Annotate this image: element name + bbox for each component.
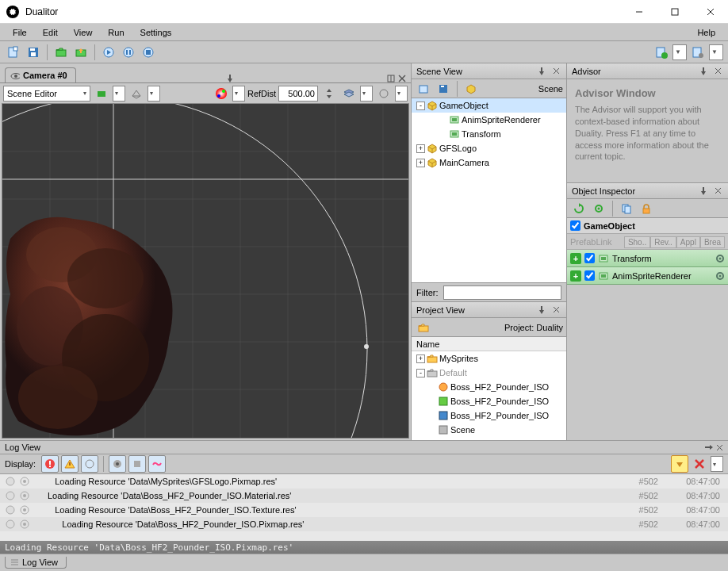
tree-row[interactable]: -Default (412, 366, 566, 380)
prefab-button[interactable]: Brea (700, 236, 725, 248)
layers-dropdown[interactable]: ▾ (360, 86, 373, 102)
log-row[interactable]: Loading Resource 'Data\MySprites\GFSLogo… (0, 474, 728, 489)
expander-icon[interactable]: + (416, 159, 425, 167)
tree-row[interactable]: Boss_HF2_Pounder_ISO (412, 408, 566, 423)
new-button[interactable] (5, 44, 22, 61)
expander-icon[interactable] (427, 412, 436, 420)
editor-mode-combo[interactable]: Scene Editor▾ (3, 86, 90, 102)
window-state-icon[interactable] (387, 75, 395, 82)
save-button[interactable] (25, 44, 42, 61)
log-warning-filter[interactable] (61, 455, 79, 473)
expander-icon[interactable] (439, 116, 447, 125)
gear-icon[interactable] (715, 271, 725, 281)
prefab-button[interactable]: Rev.. (650, 236, 676, 248)
refdist-input[interactable] (278, 86, 318, 102)
copy-button[interactable] (618, 200, 635, 217)
menu-view[interactable]: View (67, 26, 99, 39)
prefab-button[interactable]: Sho.. (624, 236, 650, 248)
log-clear-button[interactable] (691, 455, 708, 473)
component-active-checkbox[interactable] (584, 270, 595, 281)
refdist-spin[interactable] (320, 85, 338, 102)
pin-icon[interactable] (536, 305, 547, 316)
color-dropdown[interactable]: ▾ (232, 86, 245, 102)
expander-icon[interactable] (427, 397, 436, 406)
log-row[interactable]: Loading Resource 'Data\Boss_HF2_Pounder_… (0, 503, 728, 517)
perspective-dropdown[interactable]: ▾ (148, 86, 160, 102)
panel-close-button[interactable] (712, 66, 723, 77)
camera-tab[interactable]: Camera #0 (5, 67, 76, 82)
tree-row[interactable]: Scene (412, 423, 566, 437)
open-project-button[interactable] (52, 44, 70, 61)
gear-icon[interactable] (715, 254, 725, 263)
settings-doc-button[interactable] (689, 44, 707, 61)
pause-button[interactable] (120, 44, 137, 61)
bottom-log-tab[interactable]: Log View (5, 557, 67, 569)
menu-edit[interactable]: Edit (36, 26, 64, 39)
close-button[interactable] (692, 0, 728, 24)
menu-help[interactable]: Help (691, 26, 722, 39)
project-tree[interactable]: +MySprites-DefaultBoss_HF2_Pounder_ISOBo… (412, 351, 566, 440)
pin-icon[interactable] (226, 75, 234, 82)
snap-button[interactable] (93, 85, 110, 102)
auto-refresh-button[interactable] (590, 200, 607, 217)
add-gameobject-button[interactable] (462, 80, 480, 98)
tab-close-button[interactable] (398, 75, 406, 82)
expander-icon[interactable] (427, 426, 436, 435)
component-active-checkbox[interactable] (584, 253, 595, 263)
expand-icon[interactable]: + (570, 270, 581, 282)
component-row[interactable]: +AnimSpriteRenderer (567, 267, 728, 285)
perspective-button[interactable] (128, 85, 145, 102)
log-editor-filter[interactable] (128, 455, 146, 473)
expander-icon[interactable]: + (416, 354, 425, 363)
tree-row[interactable]: Boss_HF2_Pounder_ISO (412, 380, 566, 394)
play-button[interactable] (100, 44, 117, 61)
menu-file[interactable]: File (6, 26, 33, 39)
pin-icon[interactable] (698, 66, 709, 77)
help-dropdown[interactable]: ▼ (672, 44, 687, 60)
gameobject-active-checkbox[interactable] (570, 220, 580, 231)
expander-icon[interactable]: - (416, 369, 425, 377)
prefab-button[interactable]: Appl (676, 236, 700, 248)
log-row[interactable]: Loading Resource 'Data\Boss_HF2_Pounder_… (0, 517, 728, 531)
log-core-filter[interactable] (109, 455, 126, 473)
project-name-header[interactable]: Name (412, 337, 566, 351)
log-body[interactable]: Loading Resource 'Data\MySprites\GFSLogo… (0, 474, 728, 541)
color-picker-button[interactable] (213, 85, 230, 102)
expand-icon[interactable]: + (570, 253, 581, 264)
log-clear-dropdown[interactable]: ▾ (711, 456, 723, 472)
log-row[interactable]: Loading Resource 'Data\Boss_HF2_Pounder_… (0, 489, 728, 503)
log-error-filter[interactable] (41, 455, 59, 473)
expander-icon[interactable]: - (416, 102, 425, 110)
expander-icon[interactable] (427, 383, 436, 392)
settings-dropdown[interactable]: ▼ (709, 44, 723, 60)
filter-input[interactable] (443, 286, 562, 300)
save-scene-button[interactable] (435, 80, 452, 98)
menu-run[interactable]: Run (102, 26, 130, 39)
expander-icon[interactable] (439, 130, 447, 139)
pin-icon[interactable] (536, 66, 547, 77)
log-autoscroll-button[interactable] (671, 455, 688, 473)
new-scene-button[interactable] (415, 80, 432, 98)
vis-dropdown[interactable]: ▾ (395, 86, 408, 102)
panel-close-button[interactable] (712, 186, 723, 197)
help-doc-button[interactable] (653, 44, 670, 61)
tree-row[interactable]: +GFSLogo (412, 141, 566, 155)
lock-button[interactable] (638, 200, 655, 217)
tree-row[interactable]: AnimSpriteRenderer (412, 113, 566, 127)
tree-row[interactable]: Transform (412, 127, 566, 141)
maximize-button[interactable] (657, 0, 692, 24)
stop-button[interactable] (140, 44, 157, 61)
tree-row[interactable]: +MySprites (412, 351, 566, 366)
tree-row[interactable]: Boss_HF2_Pounder_ISO (412, 394, 566, 408)
tree-row[interactable]: -GameObject (412, 98, 566, 113)
pin-icon[interactable] (705, 443, 713, 451)
publish-button[interactable] (72, 44, 90, 61)
project-browse-button[interactable] (415, 319, 432, 336)
menu-settings[interactable]: Settings (134, 26, 178, 39)
viewport[interactable] (2, 103, 409, 439)
vis-button[interactable] (375, 85, 393, 102)
scene-tree[interactable]: -GameObjectAnimSpriteRendererTransform+G… (412, 98, 566, 282)
expander-icon[interactable]: + (416, 144, 425, 153)
tree-row[interactable]: +MainCamera (412, 155, 566, 170)
minimize-button[interactable] (621, 0, 657, 24)
